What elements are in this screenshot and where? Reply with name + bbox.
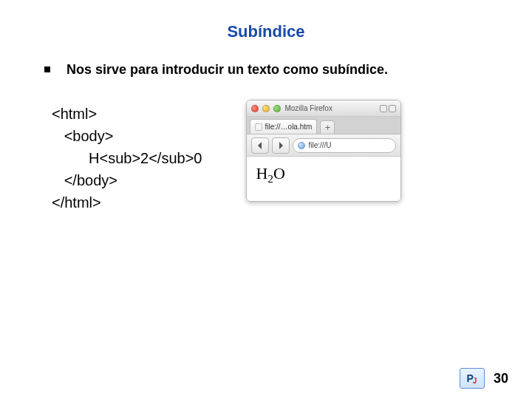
resize-icon[interactable] <box>380 105 387 112</box>
footer: PJ 30 <box>460 368 508 389</box>
close-icon[interactable] <box>251 105 259 112</box>
tab-label: file://…ola.htm <box>265 123 312 131</box>
back-button[interactable] <box>251 137 269 154</box>
browser-viewport: H2O <box>247 157 400 201</box>
tab-bar: file://…ola.htm + <box>247 117 400 134</box>
plus-icon: + <box>325 123 330 133</box>
page-number: 30 <box>494 371 508 386</box>
bullet-text: Nos sirve para introducir un texto como … <box>66 62 388 78</box>
slide-title: Subíndice <box>37 22 495 41</box>
logo-icon: PJ <box>460 368 485 389</box>
globe-icon <box>298 142 305 149</box>
rendered-text-main: H <box>256 164 267 183</box>
browser-window: Mozilla Firefox file://…ola.htm + <box>246 100 401 202</box>
bullet-marker <box>44 66 50 72</box>
titlebar: Mozilla Firefox <box>247 100 400 117</box>
url-bar[interactable]: file:///U <box>293 138 396 153</box>
new-tab-button[interactable]: + <box>320 120 335 134</box>
fullscreen-icon[interactable] <box>389 105 396 112</box>
url-text: file:///U <box>308 141 331 149</box>
toolbar: file:///U <box>247 134 400 157</box>
window-title: Mozilla Firefox <box>284 104 376 112</box>
minimize-icon[interactable] <box>262 105 270 112</box>
chevron-left-icon <box>256 142 264 149</box>
forward-button[interactable] <box>272 137 290 154</box>
chevron-right-icon <box>277 142 284 149</box>
bullet-row: Nos sirve para introducir un texto como … <box>37 62 495 78</box>
browser-tab[interactable]: file://…ola.htm <box>250 119 317 134</box>
window-controls <box>380 105 396 112</box>
tab-favicon-icon <box>255 123 262 131</box>
code-block: <html> <body> H<sub>2</sub>0 </body> </h… <box>52 100 202 214</box>
rendered-text-tail: O <box>273 164 285 183</box>
content-row: <html> <body> H<sub>2</sub>0 </body> </h… <box>37 100 495 214</box>
maximize-icon[interactable] <box>273 105 281 112</box>
slide: Subíndice Nos sirve para introducir un t… <box>0 0 532 399</box>
rendered-text-sub: 2 <box>267 172 273 185</box>
